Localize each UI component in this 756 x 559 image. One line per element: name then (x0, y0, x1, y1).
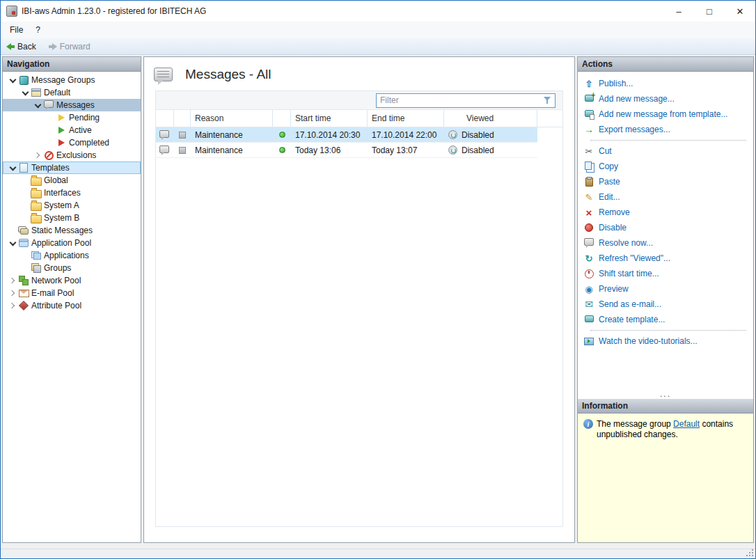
action-resolve-now[interactable]: Resolve now... (583, 235, 753, 251)
tree-item-network-pool[interactable]: Network Pool (3, 274, 141, 287)
disable-icon (583, 222, 594, 233)
column-header-reason[interactable]: Reason (191, 110, 273, 127)
tree-item-attribute-pool[interactable]: Attribute Pool (3, 299, 141, 312)
export-icon (583, 124, 594, 135)
menu-help[interactable]: ? (29, 23, 47, 37)
close-button[interactable]: ✕ (725, 1, 755, 22)
tree-item-pending[interactable]: Pending (3, 111, 141, 124)
action-create-template[interactable]: Create template... (583, 312, 753, 327)
action-copy[interactable]: Copy (583, 159, 753, 174)
tree-item-applications[interactable]: Applications (3, 249, 141, 262)
column-header-viewed[interactable]: Viewed (444, 110, 537, 127)
chevron-expanded-icon[interactable] (19, 87, 31, 98)
action-export-messages[interactable]: Export messages... (583, 122, 753, 137)
chevron-slot (45, 112, 56, 123)
chevron-expanded-icon[interactable] (7, 237, 18, 249)
action-label: Shift start time... (599, 269, 659, 278)
tree-item-email-pool[interactable]: E-mail Pool (3, 287, 141, 299)
tree-item-groups[interactable]: Groups (3, 262, 141, 274)
minimize-button[interactable]: – (663, 1, 694, 22)
maximize-button[interactable]: □ (694, 1, 725, 22)
tree-item-application-pool[interactable]: Application Pool (3, 237, 141, 249)
viewed-cell: Disabled (462, 130, 494, 140)
tree-item-label: Exclusions (56, 150, 96, 160)
back-arrow-icon (6, 43, 15, 50)
resize-grip[interactable] (747, 550, 753, 556)
action-preview[interactable]: Preview (583, 281, 753, 297)
actions-section: Actions Publish... Add new message... Ad… (578, 57, 753, 399)
action-edit[interactable]: Edit... (583, 189, 753, 205)
static-messages-icon (18, 225, 29, 236)
folder-icon (31, 200, 42, 211)
action-label: Disable (599, 223, 627, 233)
message-group-link[interactable]: Default (673, 419, 700, 429)
page-title: Messages - All (185, 67, 271, 82)
action-watch-video-tutorials[interactable]: Watch the video-tutorials... (583, 333, 753, 349)
tree-item-templates[interactable]: Templates (3, 162, 141, 174)
navigation-toolbar: Back Forward (1, 38, 755, 55)
back-button[interactable]: Back (3, 39, 39, 54)
action-add-new-message-from-template[interactable]: Add new message from template... (583, 107, 753, 122)
navigation-tree: Message Groups Default Messages Pending (3, 72, 141, 542)
action-label: Preview (599, 284, 629, 294)
tree-item-label: Attribute Pool (31, 301, 81, 310)
action-paste[interactable]: Paste (583, 174, 753, 189)
message-row[interactable]: Maintenance 17.10.2014 20:30 17.10.2014 … (156, 127, 537, 143)
side-pane: Actions Publish... Add new message... Ad… (577, 56, 754, 543)
action-refresh-viewed[interactable]: Refresh "Viewed"... (583, 251, 753, 266)
tree-item-label: Completed (69, 138, 109, 148)
tree-item-system-a[interactable]: System A (3, 199, 141, 212)
menu-file[interactable]: File (3, 23, 29, 37)
folder-icon (31, 187, 42, 198)
tree-item-label: Groups (44, 263, 71, 273)
tree-item-interfaces[interactable]: Interfaces (3, 187, 141, 199)
tree-item-system-b[interactable]: System B (3, 212, 141, 224)
message-row[interactable]: Maintenance Today 13:06 Today 13:07 Disa… (156, 143, 537, 158)
action-label: Send as e-mail... (599, 299, 661, 309)
tree-item-messages[interactable]: Messages (3, 99, 141, 111)
chevron-expanded-icon[interactable] (7, 74, 18, 86)
action-shift-start-time[interactable]: Shift start time... (583, 266, 753, 281)
column-header-icon[interactable] (156, 110, 174, 127)
forward-button[interactable]: Forward (46, 39, 93, 54)
action-send-as-email[interactable]: Send as e-mail... (583, 297, 753, 312)
tree-item-label: Default (44, 88, 70, 97)
tree-item-label: E-mail Pool (31, 288, 74, 298)
action-publish[interactable]: Publish... (583, 76, 753, 91)
chevron-collapsed-icon[interactable] (7, 288, 18, 299)
column-header-start-time[interactable]: Start time (291, 110, 368, 127)
chevron-collapsed-icon[interactable] (7, 300, 18, 311)
chevron-collapsed-icon[interactable] (7, 275, 18, 286)
action-add-new-message[interactable]: Add new message... (583, 91, 753, 107)
chevron-expanded-icon[interactable] (32, 100, 43, 111)
actions-overflow-indicator[interactable]: ... (578, 389, 753, 399)
tree-item-default[interactable]: Default (3, 86, 141, 99)
filter-funnel-icon[interactable] (543, 96, 551, 104)
email-pool-icon (18, 288, 29, 299)
action-cut[interactable]: Cut (583, 143, 753, 159)
tree-item-label: Messages (56, 100, 95, 110)
tree-item-static-messages[interactable]: Static Messages (3, 224, 141, 237)
action-label: Refresh "Viewed"... (599, 253, 670, 263)
chevron-slot (19, 175, 31, 186)
navigation-pane: Navigation Message Groups Default Messag… (2, 56, 141, 543)
filter-strip (156, 91, 562, 110)
action-remove[interactable]: Remove (583, 205, 753, 220)
tree-item-active[interactable]: Active (3, 124, 141, 136)
tree-item-global[interactable]: Global (3, 174, 141, 187)
column-header-status[interactable] (273, 110, 291, 127)
column-header-end-time[interactable]: End time (368, 110, 444, 127)
chevron-expanded-icon[interactable] (7, 162, 18, 173)
tree-item-message-groups[interactable]: Message Groups (3, 74, 141, 86)
filter-input[interactable] (380, 95, 543, 105)
chevron-collapsed-icon[interactable] (32, 150, 43, 161)
folder-icon (31, 175, 42, 186)
unpublished-indicator-icon (179, 132, 186, 139)
action-disable[interactable]: Disable (583, 220, 753, 235)
actions-separator (590, 140, 746, 141)
filter-box[interactable] (376, 93, 556, 108)
tree-item-completed[interactable]: Completed (3, 136, 141, 149)
tree-item-exclusions[interactable]: Exclusions (3, 149, 141, 162)
resolve-icon (583, 237, 594, 249)
column-header-indicator[interactable] (174, 110, 191, 127)
